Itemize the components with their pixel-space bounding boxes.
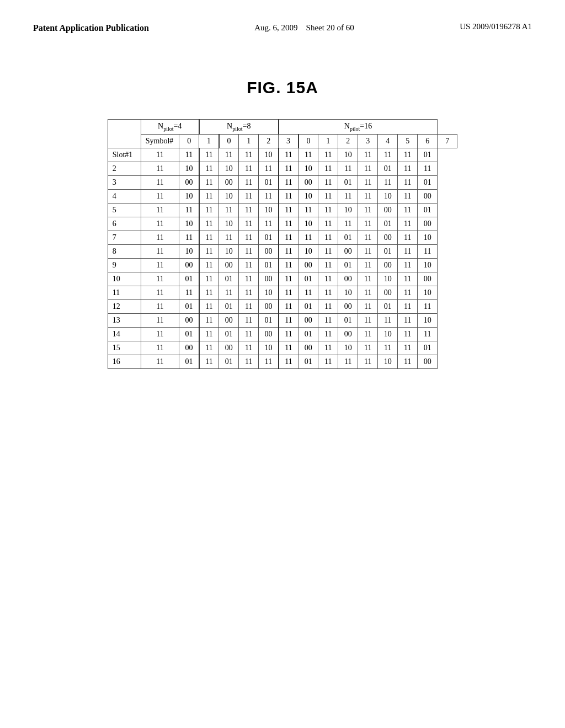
- table-row: 31100110011011100110111111101: [108, 176, 457, 190]
- cell-r12-c4: 11: [239, 314, 259, 328]
- cell-r15-c4: 11: [239, 355, 259, 369]
- cell-r0-c1: 11: [179, 148, 199, 162]
- col-header-8: 2: [338, 135, 358, 148]
- cell-r13-c13: 11: [418, 328, 438, 341]
- cell-r1-c3: 10: [219, 162, 239, 176]
- cell-r3-c10: 11: [358, 190, 378, 204]
- row-label-4: 5: [108, 204, 141, 217]
- table-row: 111111111111101111111011001110: [108, 286, 457, 300]
- cell-r0-c10: 11: [358, 148, 378, 162]
- cell-r8-c0: 11: [141, 259, 179, 272]
- cell-r2-c11: 11: [378, 176, 398, 190]
- group-header-8: Npilot=8: [199, 120, 279, 135]
- cell-r15-c7: 01: [299, 355, 318, 369]
- cell-r0-c5: 10: [259, 148, 279, 162]
- cell-r8-c1: 00: [179, 259, 199, 272]
- cell-r1-c6: 11: [279, 162, 299, 176]
- cell-r9-c9: 00: [338, 272, 358, 286]
- cell-r7-c2: 11: [199, 245, 219, 259]
- cell-r14-c6: 11: [279, 341, 299, 355]
- data-table-container: Npilot=4Npilot=8Npilot=16Symbol#01012301…: [33, 119, 532, 369]
- cell-r1-c5: 11: [259, 162, 279, 176]
- cell-r5-c11: 01: [378, 217, 398, 231]
- cell-r15-c11: 10: [378, 355, 398, 369]
- table-row: Slot#11111111111101111111011111101: [108, 148, 457, 162]
- cell-r9-c7: 01: [299, 272, 318, 286]
- cell-r14-c0: 11: [141, 341, 179, 355]
- table-row: 41110111011111110111111101100: [108, 190, 457, 204]
- cell-r2-c8: 11: [318, 176, 338, 190]
- cell-r6-c10: 11: [358, 231, 378, 245]
- cell-r12-c12: 11: [398, 314, 418, 328]
- table-row: 101101110111001101110011101100: [108, 272, 457, 286]
- cell-r10-c0: 11: [141, 286, 179, 300]
- cell-r11-c7: 01: [299, 300, 318, 314]
- cell-r11-c11: 01: [378, 300, 398, 314]
- cell-r5-c3: 10: [219, 217, 239, 231]
- cell-r14-c11: 11: [378, 341, 398, 355]
- cell-r14-c1: 00: [179, 341, 199, 355]
- cell-r14-c10: 11: [358, 341, 378, 355]
- cell-r4-c5: 10: [259, 204, 279, 217]
- cell-r9-c13: 00: [418, 272, 438, 286]
- cell-r6-c12: 11: [398, 231, 418, 245]
- cell-r8-c9: 01: [338, 259, 358, 272]
- cell-r2-c13: 01: [418, 176, 438, 190]
- cell-r13-c11: 10: [378, 328, 398, 341]
- cell-r10-c12: 11: [398, 286, 418, 300]
- cell-r3-c0: 11: [141, 190, 179, 204]
- cell-r15-c8: 11: [318, 355, 338, 369]
- cell-r6-c4: 11: [239, 231, 259, 245]
- cell-r15-c12: 11: [398, 355, 418, 369]
- cell-r7-c8: 11: [318, 245, 338, 259]
- cell-r9-c2: 11: [199, 272, 219, 286]
- cell-r5-c5: 11: [259, 217, 279, 231]
- cell-r0-c4: 11: [239, 148, 259, 162]
- cell-r1-c2: 11: [199, 162, 219, 176]
- row-label-3: 4: [108, 190, 141, 204]
- cell-r5-c6: 11: [279, 217, 299, 231]
- cell-r7-c10: 11: [358, 245, 378, 259]
- table-row: 121101110111001101110011011111: [108, 300, 457, 314]
- col-header-0: 0: [179, 135, 199, 148]
- cell-r13-c5: 00: [259, 328, 279, 341]
- cell-r1-c1: 10: [179, 162, 199, 176]
- cell-r8-c7: 00: [299, 259, 318, 272]
- cell-r11-c3: 01: [219, 300, 239, 314]
- cell-r15-c10: 11: [358, 355, 378, 369]
- cell-r2-c4: 11: [239, 176, 259, 190]
- table-row: 161101110111111101111111101100: [108, 355, 457, 369]
- col-header-12: 6: [418, 135, 438, 148]
- cell-r5-c0: 11: [141, 217, 179, 231]
- col-header-13: 7: [438, 135, 457, 148]
- cell-r13-c1: 01: [179, 328, 199, 341]
- cell-r3-c3: 10: [219, 190, 239, 204]
- cell-r5-c2: 11: [199, 217, 219, 231]
- cell-r3-c1: 10: [179, 190, 199, 204]
- cell-r11-c12: 11: [398, 300, 418, 314]
- cell-r10-c2: 11: [199, 286, 219, 300]
- cell-r10-c4: 11: [239, 286, 259, 300]
- cell-r5-c4: 11: [239, 217, 259, 231]
- cell-r11-c13: 11: [418, 300, 438, 314]
- cell-r3-c8: 11: [318, 190, 338, 204]
- cell-r7-c5: 00: [259, 245, 279, 259]
- cell-r6-c6: 11: [279, 231, 299, 245]
- cell-r8-c11: 00: [378, 259, 398, 272]
- cell-r10-c7: 11: [299, 286, 318, 300]
- cell-r9-c11: 10: [378, 272, 398, 286]
- table-row: 21110111011111110111111011111: [108, 162, 457, 176]
- cell-r12-c1: 00: [179, 314, 199, 328]
- col-header-3: 1: [239, 135, 259, 148]
- cell-r1-c0: 11: [141, 162, 179, 176]
- patent-number: US 2009/0196278 A1: [460, 22, 532, 31]
- cell-r10-c10: 11: [358, 286, 378, 300]
- cell-r5-c7: 10: [299, 217, 318, 231]
- row-label-8: 9: [108, 259, 141, 272]
- cell-r3-c6: 11: [279, 190, 299, 204]
- group-header-4: Npilot=4: [141, 120, 199, 135]
- cell-r0-c11: 11: [378, 148, 398, 162]
- cell-r14-c13: 01: [418, 341, 438, 355]
- cell-r14-c9: 10: [338, 341, 358, 355]
- cell-r10-c13: 10: [418, 286, 438, 300]
